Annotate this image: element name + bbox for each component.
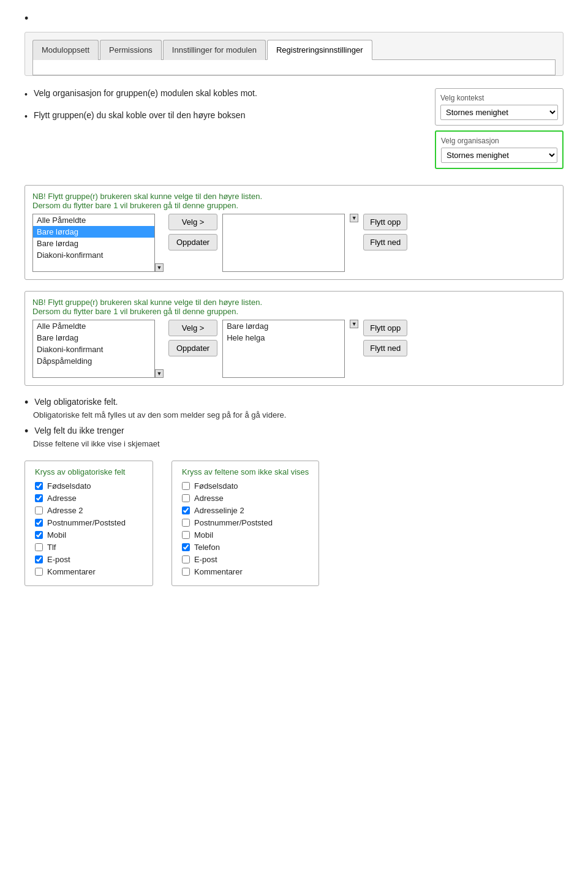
context-box-1: Velg organisasjon Stornes menighet [435,130,564,169]
checkbox-row-1-2: Adresselinje 2 [182,506,309,515]
note-line2: Dersom du flytter bare 1 vil brukeren gå… [32,307,556,316]
tab-bar: ModuloppsettPermissionsInnstillinger for… [32,40,556,60]
group-panel-1: NB! Flytt gruppe(r) brukeren skal kunne … [24,291,564,386]
checkbox-label-1-0: Fødselsdato [194,481,238,491]
right-listbox-1[interactable]: Bare lørdagHele helga [222,320,345,378]
checkbox-input-0-3[interactable] [35,519,43,527]
right-listbox-0[interactable] [222,214,345,272]
left-listbox-item-1-1[interactable]: Bare lørdag [33,332,154,344]
velg-button-1[interactable]: Velg > [168,320,217,336]
context-label-1: Velg organisasjon [441,137,557,145]
checkbox-input-1-7[interactable] [182,568,190,576]
left-listbox-item-0-0[interactable]: Alle Påmeldte [33,214,154,226]
oppdater-button-1[interactable]: Oppdater [168,340,217,356]
mid-buttons-0: Velg >Oppdater [168,214,217,250]
checkbox-row-1-5: Telefon [182,543,309,552]
bullet-dot: • [24,111,28,121]
checkbox-label-0-1: Adresse [47,494,77,503]
scroll-down-icon-1[interactable]: ▼ [155,369,164,378]
left-listbox-item-1-3[interactable]: Dåpspåmelding [33,355,154,367]
tab-moduloppsett[interactable]: Moduloppsett [32,40,99,60]
tab-innstillinger-for-modulen[interactable]: Innstillinger for modulen [163,40,266,60]
checkbox-input-0-5[interactable] [35,543,43,551]
group-panel-0: NB! Flytt gruppe(r) brukeren skal kunne … [24,185,564,280]
bottom-bullet-text-0: Velg obligatoriske felt. [34,397,118,408]
checkbox-box-title-0: Kryss av obligatoriske felt [35,467,143,476]
bottom-bullets: Velg obligatoriske felt.Obligatoriske fe… [24,397,564,448]
bottom-bullet-text-1: Velg felt du ikke trenger [34,426,124,437]
flytt-ned-button-1[interactable]: Flytt ned [363,340,407,356]
checkbox-input-1-1[interactable] [182,494,190,502]
left-listbox-wrapper-0: Alle PåmeldteBare lørdagBare lørdagDiako… [32,214,164,272]
checkbox-row-0-1: Adresse [35,494,143,503]
tab-content-area [32,59,556,75]
checkbox-box-1: Kryss av feltene som ikke skal visesFøds… [172,461,319,586]
checkbox-input-1-6[interactable] [182,555,190,563]
left-listbox-1[interactable]: Alle PåmeldteBare lørdagDiakoni-konfirma… [32,320,155,378]
left-listbox-item-0-1[interactable]: Bare lørdag [33,226,154,238]
checkbox-input-0-1[interactable] [35,494,43,502]
right-listbox-item-1-0[interactable]: Bare lørdag [223,320,344,332]
checkbox-input-0-0[interactable] [35,482,43,490]
bottom-bullet-main-0: Velg obligatoriske felt. [24,397,564,408]
checkbox-row-0-4: Mobil [35,530,143,540]
right-buttons-0: Flytt oppFlytt ned [363,214,407,250]
left-listbox-0[interactable]: Alle PåmeldteBare lørdagBare lørdagDiako… [32,214,155,272]
tab-registreringsinnstillinger[interactable]: Registreringsinnstillinger [267,40,372,60]
left-listbox-item-0-3[interactable]: Diakoni-konfirmant [33,249,154,261]
checkbox-row-1-7: Kommentarer [182,567,309,576]
bullet-item-0: •Velg organisasjon for gruppen(e) module… [24,88,423,99]
note-line1: NB! Flytt gruppe(r) brukeren skal kunne … [32,298,556,307]
checkbox-label-1-2: Adresselinje 2 [194,506,244,515]
checkbox-sections: Kryss av obligatoriske feltFødselsdatoAd… [24,461,564,586]
checkbox-label-1-1: Adresse [194,494,224,503]
bullet-text: Velg organisasjon for gruppen(e) modulen… [34,88,257,99]
left-listbox-item-1-0[interactable]: Alle Påmeldte [33,320,154,332]
flytt-opp-button-1[interactable]: Flytt opp [363,320,407,336]
right-scroll-down-0[interactable]: ▼ [350,214,358,222]
checkbox-input-0-6[interactable] [35,555,43,563]
context-col: Velg kontekst Stornes menighet Velg orga… [435,88,564,174]
velg-button-0[interactable]: Velg > [168,214,217,230]
tab-permissions[interactable]: Permissions [100,40,162,60]
right-scroll-down-1[interactable]: ▼ [350,320,358,328]
left-listbox-item-1-2[interactable]: Diakoni-konfirmant [33,344,154,355]
note-line1: NB! Flytt gruppe(r) brukeren skal kunne … [32,192,556,201]
checkbox-input-1-0[interactable] [182,482,190,490]
bullets-col: •Velg organisasjon for gruppen(e) module… [24,88,423,132]
intro-bullet [24,12,564,26]
flytt-ned-button-0[interactable]: Flytt ned [363,234,407,250]
checkbox-label-0-6: E-post [47,555,70,564]
checkbox-label-0-7: Kommentarer [47,567,96,576]
tab-bar-wrapper: ModuloppsettPermissionsInnstillinger for… [24,32,564,76]
group-panels: NB! Flytt gruppe(r) brukeren skal kunne … [24,185,564,386]
oppdater-button-0[interactable]: Oppdater [168,234,217,250]
right-listbox-item-1-1[interactable]: Hele helga [223,332,344,344]
left-listbox-wrapper-1: Alle PåmeldteBare lørdagDiakoni-konfirma… [32,320,164,378]
context-select-0[interactable]: Stornes menighet [440,105,558,120]
checkbox-input-0-2[interactable] [35,506,43,514]
checkbox-input-0-4[interactable] [35,531,43,539]
checkbox-box-title-1: Kryss av feltene som ikke skal vises [182,467,309,476]
group-panel-body-0: Alle PåmeldteBare lørdagBare lørdagDiako… [32,214,556,272]
context-select-1[interactable]: Stornes menighet [441,148,557,163]
bullet-item-1: •Flytt gruppen(e) du skal koble over til… [24,110,423,121]
group-panel-note-1: NB! Flytt gruppe(r) brukeren skal kunne … [32,298,556,316]
mid-buttons-1: Velg >Oppdater [168,320,217,356]
right-buttons-1: Flytt oppFlytt ned [363,320,407,356]
scroll-indicator-1: ▼ [155,320,164,378]
checkbox-input-0-7[interactable] [35,568,43,576]
scroll-indicator-0: ▼ [155,214,164,272]
left-listbox-item-0-2[interactable]: Bare lørdag [33,238,154,249]
bottom-bullet-main-1: Velg felt du ikke trenger [24,426,564,437]
checkbox-row-0-3: Postnummer/Poststed [35,518,143,527]
checkbox-input-1-2[interactable] [182,506,190,514]
checkbox-input-1-3[interactable] [182,519,190,527]
flytt-opp-button-0[interactable]: Flytt opp [363,214,407,230]
right-scroll-1: ▼ [350,320,358,328]
right-scroll-0: ▼ [350,214,358,222]
checkbox-input-1-4[interactable] [182,531,190,539]
checkbox-label-0-4: Mobil [47,530,66,540]
checkbox-input-1-5[interactable] [182,543,190,551]
scroll-down-icon-0[interactable]: ▼ [155,263,164,272]
